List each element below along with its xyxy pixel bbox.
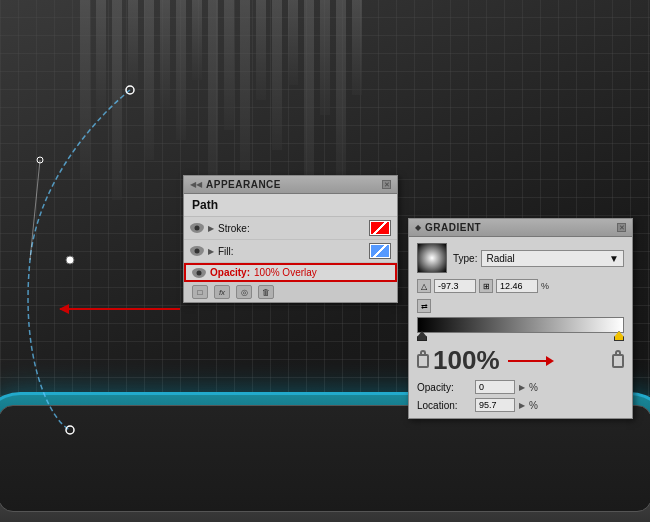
stroke-visibility-toggle[interactable] [190, 223, 204, 233]
vert-bar [320, 0, 330, 115]
opacity-row: Opacity: 100% Overlay [184, 263, 397, 282]
decorative-bars [80, 0, 650, 200]
stroke-label: Stroke: [218, 223, 365, 234]
gradient-panel-header[interactable]: ◆ GRADIENT ✕ [409, 219, 632, 237]
fill-label: Fill: [218, 246, 365, 257]
lock-icon-right[interactable] [612, 354, 624, 368]
location-stepper[interactable]: ▶ [519, 401, 525, 410]
stroke-row: ▶ Stroke: [184, 217, 397, 240]
opacity-label: Opacity: [210, 267, 250, 278]
appearance-collapse-btn[interactable]: ◀◀ [190, 180, 202, 189]
gradient-angle-input[interactable]: -97.3 [434, 279, 476, 293]
location-unit: % [529, 400, 538, 411]
gradient-type-chevron: ▼ [609, 253, 619, 264]
gradient-preview-swatch[interactable] [417, 243, 447, 273]
location-field-row: Location: 95.7 ▶ % [417, 398, 624, 412]
fx-row: □ fx ◎ 🗑 [184, 282, 397, 302]
opacity-field-label: Opacity: [417, 382, 471, 393]
gradient-bar-row: ⇄ [417, 299, 624, 333]
gradient-stop-left[interactable] [417, 331, 427, 341]
clear-btn[interactable]: ◎ [236, 285, 252, 299]
vert-bar [160, 0, 170, 110]
location-field-value: 95.7 [479, 400, 497, 410]
gradient-close-btn[interactable]: ✕ [617, 223, 626, 232]
vert-bar [224, 0, 234, 130]
vert-bar [272, 0, 282, 150]
location-field-label: Location: [417, 400, 471, 411]
opacity-unit: % [529, 382, 538, 393]
vert-bar [352, 0, 362, 95]
gradient-angle-value: -97.3 [438, 281, 459, 291]
reverse-icon: ⇄ [421, 302, 428, 311]
gradient-bar[interactable] [417, 317, 624, 333]
gradient-scale-input[interactable]: 12.46 [496, 279, 538, 293]
type-label: Type: [453, 253, 477, 264]
opacity-value: 100% Overlay [254, 267, 389, 278]
gradient-panel: ◆ GRADIENT ✕ Type: Radial ▼ [408, 218, 633, 419]
vert-bar [176, 0, 186, 140]
stroke-swatch[interactable] [369, 220, 391, 236]
gradient-type-select[interactable]: Radial ▼ [481, 250, 624, 267]
big-percent-text: 100% [433, 345, 500, 376]
location-field-input[interactable]: 95.7 [475, 398, 515, 412]
fill-visibility-toggle[interactable] [190, 246, 204, 256]
appearance-close-btn[interactable]: ✕ [382, 180, 391, 189]
fx-btn[interactable]: fx [214, 285, 230, 299]
vert-bar [128, 0, 138, 90]
vert-bar [336, 0, 346, 175]
vert-bar [288, 0, 298, 85]
fill-expand-icon[interactable]: ▶ [208, 247, 214, 256]
gradient-type-value: Radial [486, 253, 514, 264]
vert-bar [208, 0, 218, 190]
lock-icon-left[interactable] [417, 354, 429, 368]
opacity-stepper[interactable]: ▶ [519, 383, 525, 392]
svg-line-3 [30, 160, 40, 260]
opacity-field-row: Opacity: 0 ▶ % [417, 380, 624, 394]
svg-point-1 [66, 256, 74, 264]
appearance-path-label: Path [184, 194, 397, 217]
fill-row: ▶ Fill: [184, 240, 397, 263]
gradient-link-icon: ⊞ [479, 279, 493, 293]
gradient-stop-right[interactable] [614, 331, 624, 341]
opacity-visibility-toggle[interactable] [192, 268, 206, 278]
stroke-expand-icon[interactable]: ▶ [208, 224, 214, 233]
gradient-reverse-btn[interactable]: ⇄ [417, 299, 431, 313]
appearance-panel: ◀◀ APPEARANCE ✕ Path ▶ Stroke: ▶ Fill: O [183, 175, 398, 303]
delete-btn[interactable]: 🗑 [258, 285, 274, 299]
opacity-annotation [508, 360, 548, 362]
appearance-panel-header[interactable]: ◀◀ APPEARANCE ✕ [184, 176, 397, 194]
opacity-field-value: 0 [479, 382, 484, 392]
gradient-options-icon[interactable]: △ [417, 279, 431, 293]
vert-bar [192, 0, 202, 80]
new-item-btn[interactable]: □ [192, 285, 208, 299]
vert-bar [304, 0, 314, 195]
annotation-arrow [60, 308, 180, 310]
fill-swatch[interactable] [369, 243, 391, 259]
vert-bar [240, 0, 250, 170]
opacity-field-input[interactable]: 0 [475, 380, 515, 394]
gradient-scale-value: 12.46 [500, 281, 523, 291]
percent-row: 100% [417, 345, 624, 376]
vert-bar [256, 0, 266, 100]
appearance-panel-title: APPEARANCE [206, 179, 281, 190]
svg-point-2 [66, 426, 74, 434]
gradient-scale-unit: % [541, 281, 549, 291]
gradient-panel-title: GRADIENT [425, 222, 481, 233]
canvas-path [20, 80, 150, 440]
